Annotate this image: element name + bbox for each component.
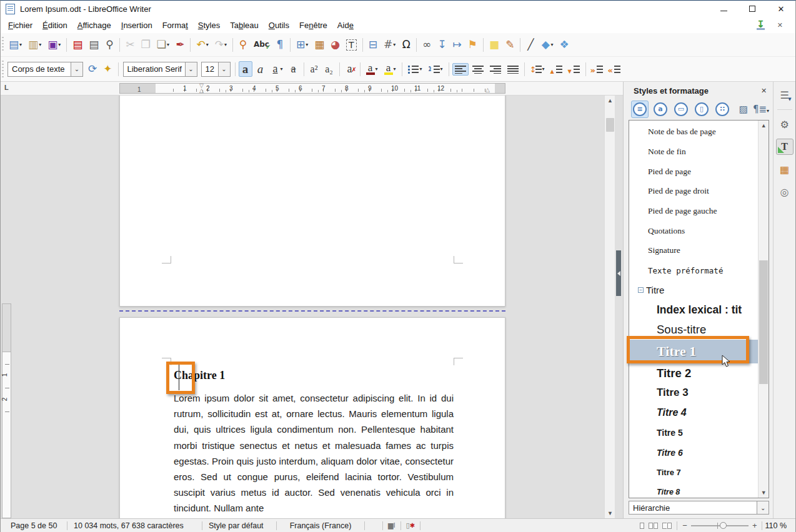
style-item-titre-3[interactable]: Titre 3 (629, 383, 758, 403)
collapse-icon[interactable]: − (638, 287, 644, 293)
save-button[interactable]: ▣▾ (45, 37, 63, 52)
style-item-sous-titre[interactable]: Sous-titre (629, 320, 758, 340)
strikethrough-button[interactable]: a (287, 61, 301, 77)
status-word-count[interactable]: 10 034 mots, 67 638 caractères (67, 521, 202, 530)
scroll-up-icon[interactable]: ▲ (605, 96, 615, 106)
document-canvas[interactable]: Chapitre 1 Lorem ipsum dolor sit amet, c… (1, 96, 623, 518)
style-item-pied-de-page-gauche[interactable]: Pied de page gauche (629, 201, 758, 221)
tab-gallery[interactable]: ▦ (776, 161, 794, 177)
character-styles-button[interactable]: a (652, 101, 669, 118)
status-language[interactable]: Français (France) (277, 521, 364, 530)
open-button[interactable]: ▥▾ (26, 37, 44, 52)
insert-field-button[interactable]: #▾ (381, 37, 398, 52)
clone-formatting-button[interactable]: ✒ (173, 37, 187, 52)
bullet-list-button[interactable]: ▾ (405, 63, 425, 76)
tab-properties[interactable]: ⚙ (776, 116, 794, 132)
font-size-combo[interactable]: 12 ⌄ (201, 62, 231, 77)
bold-button[interactable]: a (239, 61, 252, 77)
font-color-button[interactable]: a▾ (364, 61, 381, 77)
clear-formatting-button[interactable]: a (343, 61, 357, 77)
panel-close-icon[interactable]: ✕ (757, 86, 770, 96)
align-center-button[interactable] (470, 63, 486, 76)
document-modified-icon[interactable]: ▯✱ (401, 521, 420, 530)
insert-image-button[interactable]: ▦ (312, 37, 327, 52)
draw-functions-button[interactable]: ❖ (557, 37, 571, 52)
zoom-out-icon[interactable]: − (682, 521, 687, 530)
style-item-note-de-fin[interactable]: Note de fin (629, 142, 758, 162)
find-replace-button[interactable]: ⚲ (236, 37, 250, 52)
insert-chart-button[interactable]: ◕ (328, 37, 342, 52)
style-item-texte-preformate[interactable]: Texte préformaté (629, 260, 758, 280)
styles-scrollbar[interactable]: ▲ ▼ (758, 121, 769, 498)
menu-format[interactable]: Format (157, 19, 193, 32)
scroll-up-icon[interactable]: ▲ (759, 121, 769, 131)
paragraph-styles-button[interactable]: ≡ (631, 101, 649, 118)
combo-arrow-icon[interactable]: ⌄ (185, 62, 197, 76)
scrollbar-thumb[interactable] (606, 118, 614, 132)
book-view-icon[interactable] (662, 523, 672, 529)
scrollbar-thumb[interactable] (759, 260, 768, 384)
print-preview-button[interactable]: ⚲ (102, 37, 116, 52)
list-styles-button[interactable]: ∷ (714, 101, 731, 118)
paste-button[interactable]: ❏▾ (154, 37, 172, 52)
style-item-titre-6[interactable]: Titre 6 (629, 443, 758, 463)
print-button[interactable]: ▤ (86, 37, 101, 52)
insert-special-character-button[interactable]: Ω (399, 37, 413, 52)
style-item-titre-5[interactable]: Titre 5 (629, 423, 758, 443)
insert-table-button[interactable]: ⊞▾ (294, 37, 311, 52)
align-left-button[interactable] (452, 63, 469, 76)
menu-fichier[interactable]: Fichier (3, 19, 37, 32)
scroll-down-icon[interactable]: ▼ (759, 488, 769, 498)
style-filter-combo[interactable]: Hiérarchie ⌄ (629, 501, 769, 515)
subscript-button[interactable]: a₂ (322, 61, 336, 77)
tab-styles[interactable]: T (776, 139, 794, 155)
increase-indent-button[interactable] (589, 63, 605, 76)
highlight-color-button[interactable]: a▾ (382, 61, 399, 77)
combo-arrow-icon[interactable]: ⌄ (71, 62, 82, 76)
document-paragraph[interactable]: Lorem ipsum dolor sit amet, consectetur … (174, 390, 454, 516)
menu-outils[interactable]: Outils (264, 19, 294, 32)
menu-styles[interactable]: Styles (193, 19, 225, 32)
status-page-style[interactable]: Style par défaut (202, 521, 276, 530)
style-item-index-lexical[interactable]: Index lexical : tit (629, 300, 758, 320)
menu-fenetre[interactable]: Fenêtre (294, 19, 332, 32)
underline-button[interactable]: a▾ (269, 61, 286, 77)
maximize-button[interactable] (738, 1, 767, 17)
font-name-combo[interactable]: Liberation Serif ⌄ (123, 62, 197, 77)
formatting-marks-button[interactable]: ¶ (273, 37, 287, 52)
numbered-list-button[interactable]: ▾ (426, 63, 445, 76)
sidebar-splitter-handle[interactable] (616, 250, 621, 296)
style-item-signature[interactable]: Signature (629, 240, 758, 260)
insert-comment-button[interactable]: ■ (487, 37, 502, 52)
paragraph-style-combo[interactable]: Corps de texte ⌄ (7, 62, 83, 77)
right-indent-marker-icon[interactable]: △ (485, 87, 490, 93)
export-pdf-button[interactable]: ▤ (70, 37, 85, 52)
menu-tableau[interactable]: Tableau (225, 19, 264, 32)
menu-aide[interactable]: Aide (332, 19, 359, 32)
indent-marker-icon[interactable]: ▽△ (199, 83, 204, 93)
multi-page-view-icon[interactable] (649, 523, 658, 529)
menu-edition[interactable]: Édition (37, 19, 72, 32)
document-heading[interactable]: Chapitre 1 (174, 369, 225, 382)
insert-textbox-button[interactable]: T (344, 37, 359, 52)
menu-affichage[interactable]: Affichage (72, 19, 116, 32)
insert-hyperlink-button[interactable]: ∞ (420, 37, 434, 52)
page-styles-button[interactable]: ▯ (693, 101, 710, 118)
new-style-button[interactable]: ✦ (101, 61, 114, 77)
style-item-titre-1[interactable]: Titre 1 (629, 340, 758, 363)
sidebar-settings-icon[interactable]: ☰▼ (776, 87, 794, 103)
page-break-line[interactable] (119, 310, 505, 312)
decrease-paragraph-spacing-button[interactable] (566, 63, 582, 76)
update-style-button[interactable]: ⟳ (86, 61, 99, 77)
style-item-pied-de-page[interactable]: Pied de page (629, 162, 758, 182)
combo-arrow-icon[interactable]: ⌄ (757, 501, 769, 514)
insertion-mode-icon[interactable]: ▆Ι (383, 521, 400, 530)
basic-shapes-button[interactable]: ◆▾ (539, 37, 555, 52)
style-item-quotations[interactable]: Quotations (629, 221, 758, 241)
zoom-level[interactable]: 110 % (762, 521, 792, 530)
single-page-view-icon[interactable] (640, 523, 644, 529)
zoom-handle[interactable] (720, 522, 727, 529)
spelling-button[interactable]: Abc (251, 37, 272, 52)
line-spacing-button[interactable]: ▾ (528, 63, 547, 76)
document-scrollbar[interactable]: ▲ ▼ (604, 96, 615, 518)
